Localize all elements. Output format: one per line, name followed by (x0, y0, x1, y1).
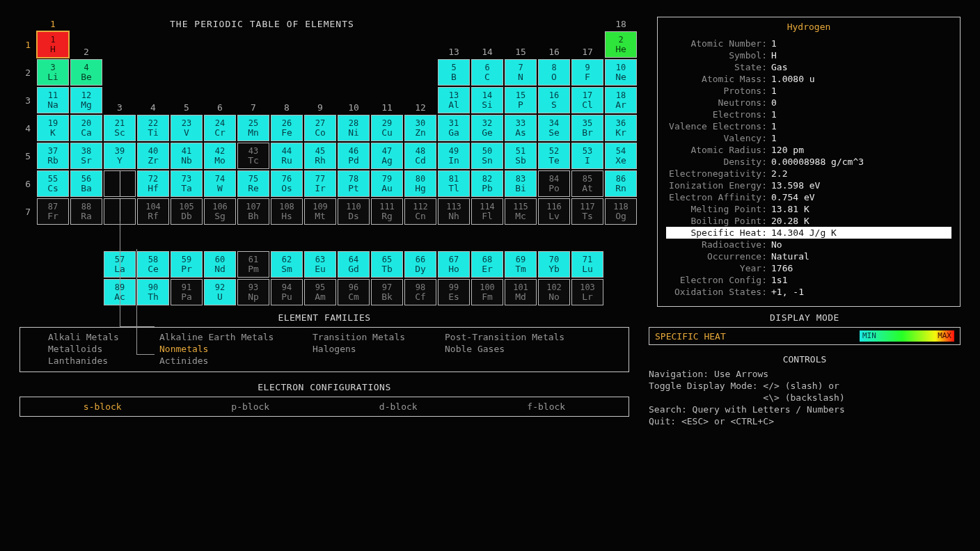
element-U[interactable]: 92U (204, 279, 236, 305)
element-Mn[interactable]: 25Mn (237, 115, 269, 141)
element-Mo[interactable]: 42Mo (204, 143, 236, 169)
element-Nh[interactable]: 113Nh (438, 198, 470, 225)
element-Pa[interactable]: 91Pa (171, 279, 203, 305)
element-Sb[interactable]: 51Sb (505, 143, 537, 169)
element-Bk[interactable]: 97Bk (371, 279, 403, 305)
element-Co[interactable]: 27Co (304, 115, 336, 141)
element-Ar[interactable]: 18Ar (605, 87, 637, 113)
element-Fl[interactable]: 114Fl (471, 198, 503, 225)
element-Ra[interactable]: 88Ra (70, 198, 102, 225)
element-Cl[interactable]: 17Cl (571, 87, 603, 113)
family-noble-gases[interactable]: Noble Gases (445, 344, 598, 354)
element-No[interactable]: 102No (538, 279, 570, 305)
element-Ti[interactable]: 22Ti (137, 115, 169, 141)
element-Mc[interactable]: 115Mc (505, 198, 537, 225)
element-Ba[interactable]: 56Ba (70, 170, 102, 197)
element-Y[interactable]: 39Y (104, 143, 136, 169)
element-Sc[interactable]: 21Sc (104, 115, 136, 141)
element-Zn[interactable]: 30Zn (404, 115, 436, 141)
element-O[interactable]: 8O (538, 59, 570, 86)
element-Be[interactable]: 4Be (70, 59, 102, 86)
element-Lv[interactable]: 116Lv (538, 198, 570, 225)
element-P[interactable]: 15P (505, 87, 537, 113)
element-Ga[interactable]: 31Ga (438, 115, 470, 141)
element-Lu[interactable]: 71Lu (571, 251, 603, 278)
element-Pt[interactable]: 78Pt (338, 170, 370, 197)
element-Sm[interactable]: 62Sm (271, 251, 303, 278)
element-V[interactable]: 23V (171, 115, 203, 141)
element-Ca[interactable]: 20Ca (70, 115, 102, 141)
element-Ds[interactable]: 110Ds (338, 198, 370, 225)
element-Md[interactable]: 101Md (505, 279, 537, 305)
element-H[interactable]: 1H (37, 31, 69, 58)
element-Fr[interactable]: 87Fr (37, 198, 69, 225)
family-alkaline-earth-metals[interactable]: Alkaline Earth Metals (159, 332, 313, 342)
element-Eu[interactable]: 63Eu (304, 251, 336, 278)
element-Rg[interactable]: 111Rg (371, 198, 403, 225)
element-Hg[interactable]: 80Hg (404, 170, 436, 197)
element-Rn[interactable]: 86Rn (605, 170, 637, 197)
element-Xe[interactable]: 54Xe (605, 143, 637, 169)
element-Al[interactable]: 13Al (438, 87, 470, 113)
element-He[interactable]: 2He (605, 31, 637, 58)
element-Li[interactable]: 3Li (37, 59, 69, 86)
element-Cd[interactable]: 48Cd (404, 143, 436, 169)
element-Tb[interactable]: 65Tb (371, 251, 403, 278)
family-post-transition-metals[interactable]: Post-Transition Metals (445, 332, 598, 342)
element-Lr[interactable]: 103Lr (571, 279, 603, 305)
block-d-block[interactable]: d-block (379, 401, 418, 412)
element-Rb[interactable]: 37Rb (37, 143, 69, 169)
block-p-block[interactable]: p-block (231, 401, 269, 412)
element-F[interactable]: 9F (571, 59, 603, 86)
block-f-block[interactable]: f-block (527, 401, 565, 412)
element-Cs[interactable]: 55Cs (37, 170, 69, 197)
element-At[interactable]: 85At (571, 170, 603, 197)
element-Gd[interactable]: 64Gd (338, 251, 370, 278)
element-Fm[interactable]: 100Fm (471, 279, 503, 305)
element-Mg[interactable]: 12Mg (70, 87, 102, 113)
element-Ne[interactable]: 10Ne (605, 59, 637, 86)
element-Bi[interactable]: 83Bi (505, 170, 537, 197)
element-Na[interactable]: 11Na (37, 87, 69, 113)
element-Tc[interactable]: 43Tc (237, 143, 269, 169)
element-Re[interactable]: 75Re (237, 170, 269, 197)
element-Ho[interactable]: 67Ho (438, 251, 470, 278)
element-Og[interactable]: 118Og (605, 198, 637, 225)
element-Si[interactable]: 14Si (471, 87, 503, 113)
element-Zr[interactable]: 40Zr (137, 143, 169, 169)
element-Er[interactable]: 68Er (471, 251, 503, 278)
element-Au[interactable]: 79Au (371, 170, 403, 197)
element-Pr[interactable]: 59Pr (171, 251, 203, 278)
element-Cm[interactable]: 96Cm (338, 279, 370, 305)
family-transition-metals[interactable]: Transition Metals (313, 332, 445, 342)
element-Pm[interactable]: 61Pm (237, 251, 269, 278)
element-Sr[interactable]: 38Sr (70, 143, 102, 169)
element-I[interactable]: 53I (571, 143, 603, 169)
element-Se[interactable]: 34Se (538, 115, 570, 141)
element-Db[interactable]: 105Db (171, 198, 203, 225)
element-Po[interactable]: 84Po (538, 170, 570, 197)
element-Ag[interactable]: 47Ag (371, 143, 403, 169)
element-Ru[interactable]: 44Ru (271, 143, 303, 169)
element-Ge[interactable]: 32Ge (471, 115, 503, 141)
element-Kr[interactable]: 36Kr (605, 115, 637, 141)
element-Ni[interactable]: 28Ni (338, 115, 370, 141)
element-Bh[interactable]: 107Bh (237, 198, 269, 225)
element-As[interactable]: 33As (505, 115, 537, 141)
element-Np[interactable]: 93Np (237, 279, 269, 305)
element-Ta[interactable]: 73Ta (171, 170, 203, 197)
element-Ts[interactable]: 117Ts (571, 198, 603, 225)
family-halogens[interactable]: Halogens (313, 344, 445, 354)
element-W[interactable]: 74W (204, 170, 236, 197)
element-B[interactable]: 5B (438, 59, 470, 86)
element-Nb[interactable]: 41Nb (171, 143, 203, 169)
element-Pb[interactable]: 82Pb (471, 170, 503, 197)
element-Pd[interactable]: 46Pd (338, 143, 370, 169)
element-Te[interactable]: 52Te (538, 143, 570, 169)
element-Cu[interactable]: 29Cu (371, 115, 403, 141)
element-Rh[interactable]: 45Rh (304, 143, 336, 169)
element-Sg[interactable]: 106Sg (204, 198, 236, 225)
family-actinides[interactable]: Actinides (159, 356, 313, 366)
family-nonmetals[interactable]: Nonmetals (159, 344, 313, 354)
element-Cn[interactable]: 112Cn (404, 198, 436, 225)
